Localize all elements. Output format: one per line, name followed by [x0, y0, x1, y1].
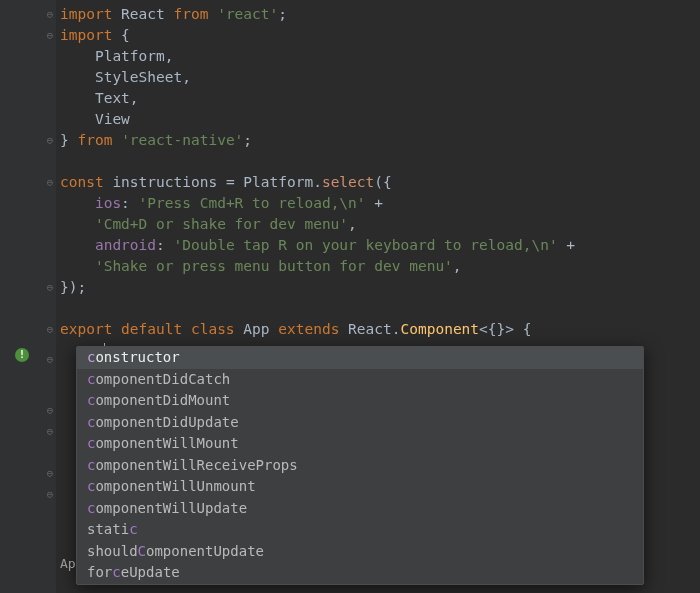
gutter-annotation-icon[interactable]: ! [15, 348, 29, 362]
fold-marker[interactable]: ⊖ [44, 4, 56, 25]
code-text: Text, [60, 90, 139, 106]
code-editor[interactable]: ⊖ ⊖ ⊖ ⊖ ⊖ ⊖ ⊖ ⊖ ⊖ ⊖ ⊖ ! import React fro… [0, 0, 700, 593]
punct: ; [278, 6, 287, 22]
keyword-const: const [60, 174, 112, 190]
autocomplete-item-static[interactable]: static [77, 519, 643, 541]
fold-marker[interactable]: ⊖ [44, 484, 56, 505]
string-literal: 'Cmd+D or shake for dev menu' [95, 216, 348, 232]
fold-marker[interactable]: ⊖ [44, 25, 56, 46]
ac-pre: should [87, 543, 138, 559]
property-key: ios [60, 195, 121, 211]
type-name: Component [401, 321, 480, 337]
punct: }); [60, 279, 86, 295]
ac-post: omponentUpdate [146, 543, 264, 559]
autocomplete-item-componentWillUnmount[interactable]: componentWillUnmount [77, 476, 643, 498]
ac-match: c [129, 521, 137, 537]
string-literal: 'react' [217, 6, 278, 22]
fold-marker[interactable]: ⊖ [44, 463, 56, 484]
code-text: Platform, [60, 48, 174, 64]
keyword-default: default [121, 321, 191, 337]
fold-marker[interactable]: ⊖ [44, 277, 56, 298]
keyword-import: import [60, 27, 121, 43]
code-text: instructions = Platform. [112, 174, 322, 190]
keyword-export: export [60, 321, 121, 337]
autocomplete-item-componentDidMount[interactable]: componentDidMount [77, 390, 643, 412]
string-literal: 'Shake or press menu button for dev menu… [95, 258, 453, 274]
ac-match: C [138, 543, 146, 559]
punct: , [453, 258, 462, 274]
ac-post: eUpdate [121, 564, 180, 580]
autocomplete-popup[interactable]: constructor componentDidCatch componentD… [76, 346, 644, 585]
keyword-class: class [191, 321, 243, 337]
punct: , [348, 216, 357, 232]
fold-marker[interactable]: ⊖ [44, 319, 56, 340]
ac-post: onstructor [95, 349, 179, 365]
ac-post: omponentDidMount [95, 392, 230, 408]
class-name: App [243, 321, 278, 337]
autocomplete-item-componentWillUpdate[interactable]: componentWillUpdate [77, 498, 643, 520]
ac-pre: stati [87, 521, 129, 537]
string-literal: 'react-native' [121, 132, 243, 148]
keyword-from: from [77, 132, 121, 148]
property-key: android [60, 237, 156, 253]
string-literal: 'Press Cmd+R to reload,\n' [139, 195, 366, 211]
method-name: select [322, 174, 374, 190]
code-text: React. [348, 321, 400, 337]
ac-post: omponentWillReceiveProps [95, 457, 297, 473]
punct: + [558, 237, 575, 253]
ac-post: omponentWillMount [95, 435, 238, 451]
punct: : [121, 195, 138, 211]
string-literal: 'Double tap R on your keyboard to reload… [174, 237, 558, 253]
fold-marker[interactable]: ⊖ [44, 400, 56, 421]
keyword-extends: extends [278, 321, 348, 337]
punct: ; [243, 132, 252, 148]
ac-match: c [112, 564, 120, 580]
autocomplete-item-componentDidUpdate[interactable]: componentDidUpdate [77, 412, 643, 434]
fold-marker[interactable]: ⊖ [44, 130, 56, 151]
breadcrumb-item[interactable]: Ap [60, 556, 76, 571]
ac-post: omponentDidUpdate [95, 414, 238, 430]
breadcrumb-bar[interactable]: Ap [56, 553, 76, 575]
punct: : [156, 237, 173, 253]
punct: ({ [374, 174, 391, 190]
code-text: React [112, 6, 173, 22]
fold-column: ⊖ ⊖ ⊖ ⊖ ⊖ ⊖ ⊖ ⊖ ⊖ ⊖ ⊖ [44, 0, 56, 593]
fold-marker[interactable]: ⊖ [44, 349, 56, 370]
autocomplete-item-componentDidCatch[interactable]: componentDidCatch [77, 369, 643, 391]
punct: } [60, 132, 77, 148]
ac-post: omponentWillUnmount [95, 478, 255, 494]
vertical-scrollbar[interactable] [689, 0, 699, 593]
ac-post: omponentDidCatch [95, 371, 230, 387]
ac-post: omponentWillUpdate [95, 500, 247, 516]
punct: + [366, 195, 383, 211]
autocomplete-item-componentWillReceiveProps[interactable]: componentWillReceiveProps [77, 455, 643, 477]
autocomplete-item-constructor[interactable]: constructor [77, 347, 643, 369]
autocomplete-item-shouldComponentUpdate[interactable]: shouldComponentUpdate [77, 541, 643, 563]
fold-marker[interactable]: ⊖ [44, 172, 56, 193]
keyword-from: from [174, 6, 218, 22]
gutter: ⊖ ⊖ ⊖ ⊖ ⊖ ⊖ ⊖ ⊖ ⊖ ⊖ ⊖ ! [0, 0, 56, 593]
autocomplete-item-componentWillMount[interactable]: componentWillMount [77, 433, 643, 455]
punct: { [121, 27, 130, 43]
punct: <{}> { [479, 321, 531, 337]
autocomplete-item-forceUpdate[interactable]: forceUpdate [77, 562, 643, 584]
keyword-import: import [60, 6, 112, 22]
ac-pre: for [87, 564, 112, 580]
code-text: View [60, 111, 130, 127]
code-text: StyleSheet, [60, 69, 191, 85]
fold-marker[interactable]: ⊖ [44, 421, 56, 442]
